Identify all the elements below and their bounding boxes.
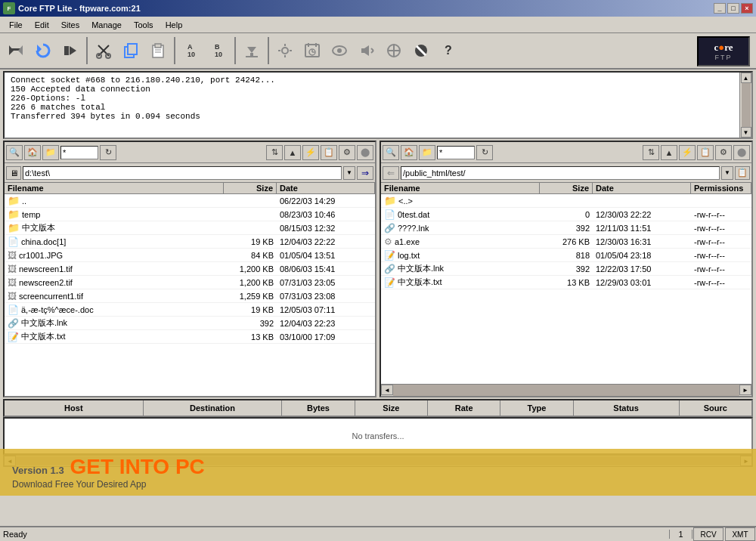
svg-point-19 (282, 48, 288, 54)
menu-edit[interactable]: Edit (29, 19, 55, 31)
right-sort-button[interactable]: ⇅ (643, 145, 659, 160)
log-scrollbar[interactable]: ▲ ▼ (739, 73, 751, 138)
left-options-button[interactable]: ⚙ (339, 145, 355, 160)
schedule-button[interactable] (299, 38, 325, 63)
right-path-dropdown[interactable]: ▼ (721, 166, 733, 180)
left-queue-button[interactable]: 📋 (321, 145, 337, 160)
transfer-col-source[interactable]: Sourc (680, 400, 751, 416)
right-search-button[interactable]: 🔍 (383, 145, 399, 160)
menu-tools[interactable]: Tools (128, 19, 160, 31)
right-back-arrow[interactable]: ⇐ (383, 166, 399, 180)
left-path-input[interactable] (23, 166, 342, 180)
left-filter-input[interactable] (60, 146, 98, 159)
log-scroll-up[interactable]: ▲ (741, 73, 751, 83)
list-item[interactable]: 📄ä,-æ-tç%^æce-.doc 19 KB 12/05/03 07:11 (5, 303, 375, 317)
menu-file[interactable]: File (3, 19, 29, 31)
left-path-icon[interactable]: 🖥 (6, 166, 21, 180)
list-item[interactable]: 🔗????.lnk 392 12/11/03 11:51 -rw-r--r-- (381, 221, 751, 235)
settings-button[interactable] (272, 38, 298, 63)
help-button[interactable]: ? (435, 38, 461, 63)
list-item[interactable]: 🔗中文版本.lnk 392 12/22/03 17:50 -rw-r--r-- (381, 262, 751, 276)
rcv-button[interactable]: RCV (693, 527, 723, 541)
list-item[interactable]: 📁<..> (381, 194, 751, 208)
list-item[interactable]: ⚙a1.exe 276 KB 12/30/03 16:31 -rw-r--r-- (381, 235, 751, 249)
minimize-button[interactable]: _ (714, 3, 726, 14)
list-item[interactable]: 📄0test.dat 0 12/30/03 22:22 -rw-r--r-- (381, 208, 751, 221)
left-sort-button[interactable]: ⇅ (266, 145, 283, 160)
right-col-size[interactable]: Size (540, 183, 593, 193)
transfer-col-type[interactable]: Type (500, 400, 573, 416)
refresh-button[interactable] (30, 38, 56, 63)
left-col-date[interactable]: Date (277, 183, 375, 193)
left-col-filename[interactable]: Filename (5, 183, 224, 193)
left-nav-arrow[interactable]: ⇒ (357, 166, 373, 180)
mute-button[interactable] (354, 38, 380, 63)
right-folder-button[interactable]: 📁 (419, 145, 435, 160)
list-item[interactable]: 📝中文版本.txt 13 KB 12/29/03 03:01 -rw-r--r-… (381, 276, 751, 289)
maximize-button[interactable]: □ (727, 3, 739, 14)
binary-button[interactable]: B10 (206, 38, 231, 63)
right-path-icon[interactable]: 📋 (735, 166, 750, 180)
list-item[interactable]: 📝中文版本.txt 13 KB 03/10/00 17:09 (5, 330, 375, 344)
left-up-button[interactable]: ▲ (284, 145, 301, 160)
transfer-col-rate[interactable]: Rate (428, 400, 500, 416)
right-col-date[interactable]: Date (593, 183, 691, 193)
transfer-col-host[interactable]: Host (5, 400, 144, 416)
cut-button[interactable] (91, 38, 116, 63)
stop-button[interactable] (57, 38, 83, 63)
right-col-perm[interactable]: Permissions (691, 183, 751, 193)
close-button[interactable]: × (741, 3, 753, 14)
left-files-container: 📁.. 06/22/03 14:29 📁temp 08/23/03 10:46 … (5, 194, 375, 344)
left-file-list[interactable]: Filename Size Date 📁.. 06/22/03 14:29 📁t… (5, 183, 375, 396)
menu-sites[interactable]: Sites (55, 19, 85, 31)
list-item[interactable]: 📁中文版本 08/15/03 12:32 (5, 221, 375, 235)
list-item[interactable]: 📝log.txt 818 01/05/04 23:18 -rw-r--r-- (381, 249, 751, 262)
right-scroll-left[interactable]: ◄ (381, 385, 393, 395)
right-path-input[interactable] (401, 166, 720, 180)
view-button[interactable] (327, 38, 352, 63)
list-item[interactable]: 📁temp 08/23/03 10:46 (5, 208, 375, 221)
list-item[interactable]: 📁.. 06/22/03 14:29 (5, 194, 375, 208)
transfer-col-status[interactable]: Status (574, 400, 680, 416)
nocache-button[interactable] (408, 38, 434, 63)
left-col-size[interactable]: Size (224, 183, 277, 193)
log-scroll-down[interactable]: ▼ (741, 127, 751, 138)
right-col-filename[interactable]: Filename (381, 183, 540, 193)
sync-button[interactable] (381, 38, 407, 63)
ascii-button[interactable]: A10 (178, 38, 204, 63)
right-stop-button[interactable]: ⬤ (733, 145, 750, 160)
connect-button[interactable] (3, 38, 29, 63)
copy-button[interactable] (118, 38, 144, 63)
right-hscrollbar[interactable]: ◄ ► (381, 384, 751, 396)
left-transfer-button[interactable]: ⚡ (302, 145, 319, 160)
list-item[interactable]: 🖼cr1001.JPG 84 KB 01/05/04 13:51 (5, 249, 375, 262)
list-item[interactable]: 🔗中文版本.lnk 392 12/04/03 22:23 (5, 317, 375, 330)
transfer-col-size[interactable]: Size (355, 400, 428, 416)
list-item[interactable]: 📄china.doc[1] 19 KB 12/04/03 22:22 (5, 235, 375, 249)
list-item[interactable]: 🖼newscreen1.tif 1,200 KB 08/06/03 15:41 (5, 262, 375, 276)
download-button[interactable] (239, 38, 265, 63)
right-home-button[interactable]: 🏠 (401, 145, 417, 160)
right-transfer-button[interactable]: ⚡ (679, 145, 696, 160)
left-stop-button[interactable]: ⬤ (357, 145, 373, 160)
right-up-button[interactable]: ▲ (661, 145, 677, 160)
list-item[interactable]: 🖼newscreen2.tif 1,200 KB 07/31/03 23:05 (5, 276, 375, 289)
left-refresh-button[interactable]: ↻ (100, 145, 116, 160)
right-scroll-right[interactable]: ► (739, 385, 751, 395)
left-search-button[interactable]: 🔍 (6, 145, 23, 160)
list-item[interactable]: 🖼screencurrent1.tif 1,259 KB 07/31/03 23… (5, 289, 375, 303)
menu-manage[interactable]: Manage (85, 19, 128, 31)
xmt-button[interactable]: XMT (725, 527, 755, 541)
right-refresh-button[interactable]: ↻ (476, 145, 493, 160)
paste-button[interactable] (145, 38, 171, 63)
left-folder-button[interactable]: 📁 (42, 145, 59, 160)
left-home-button[interactable]: 🏠 (24, 145, 41, 160)
right-filter-input[interactable] (437, 146, 475, 159)
menu-help[interactable]: Help (160, 19, 189, 31)
right-file-list[interactable]: Filename Size Date Permissions 📁<..> 📄0t… (381, 183, 751, 384)
transfer-col-bytes[interactable]: Bytes (282, 400, 355, 416)
right-options-button[interactable]: ⚙ (715, 145, 732, 160)
left-path-dropdown[interactable]: ▼ (343, 166, 355, 180)
transfer-col-dest[interactable]: Destination (144, 400, 283, 416)
right-queue-button[interactable]: 📋 (697, 145, 714, 160)
